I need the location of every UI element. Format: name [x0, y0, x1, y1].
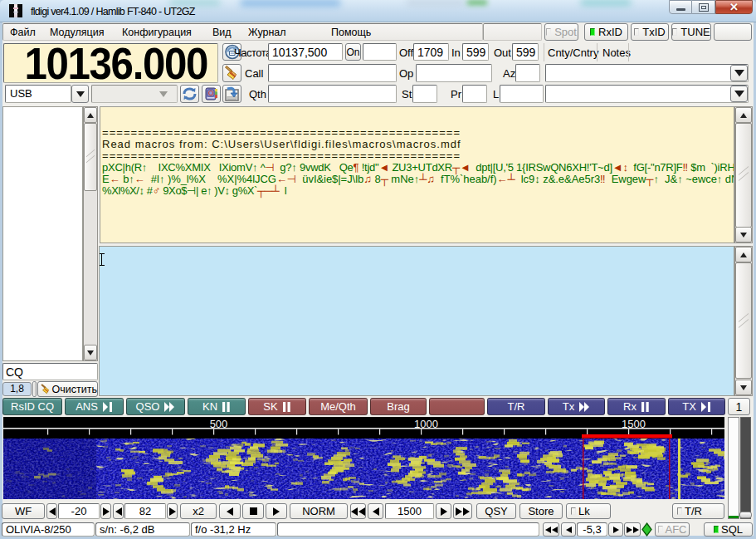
svg-text:500: 500	[210, 418, 228, 430]
svg-text:1500: 1500	[622, 418, 646, 430]
svg-text:1000: 1000	[414, 418, 438, 430]
